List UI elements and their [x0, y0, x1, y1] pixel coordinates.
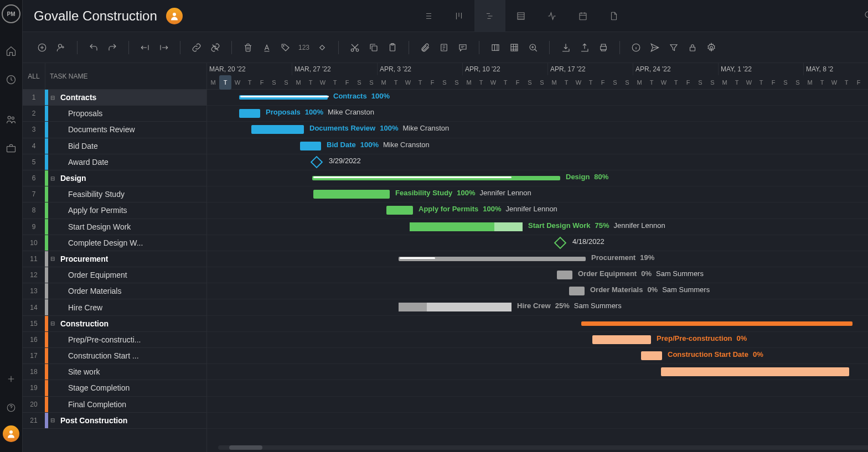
gantt-row[interactable] [207, 413, 868, 429]
calendar-view-icon[interactable] [567, 0, 598, 32]
task-row[interactable]: 17Construction Start ... [23, 348, 206, 364]
milestone-icon[interactable] [314, 39, 330, 56]
task-row[interactable]: 3Documents Review [23, 122, 206, 138]
gantt-view-icon[interactable] [474, 0, 505, 32]
clock-icon[interactable] [0, 69, 22, 91]
print-icon[interactable] [595, 39, 612, 56]
lock-icon[interactable] [684, 39, 701, 56]
search-icon[interactable] [859, 10, 868, 22]
task-row[interactable]: 15⊟Construction [23, 316, 206, 332]
gantt-bar[interactable] [641, 351, 662, 360]
gantt-row[interactable]: Construction Start Date0% [207, 348, 868, 364]
collapse-icon[interactable]: ⊟ [48, 175, 57, 181]
task-row[interactable]: 13Order Materials [23, 283, 206, 299]
collapse-icon[interactable]: ⊟ [48, 256, 57, 262]
paste-icon[interactable] [384, 39, 401, 56]
gantt-row[interactable] [207, 380, 868, 396]
task-row[interactable]: 11⊟Procurement [23, 251, 206, 267]
task-row[interactable]: 20Final Completion [23, 397, 206, 413]
add-icon[interactable] [34, 39, 50, 56]
collapse-icon[interactable]: ⊟ [48, 417, 57, 423]
settings-icon[interactable] [703, 39, 720, 56]
gantt-row[interactable]: Procurement19% [207, 251, 868, 267]
gantt-bar[interactable] [592, 335, 651, 344]
indent-icon[interactable] [156, 39, 172, 56]
logo[interactable]: PM [2, 4, 20, 23]
import-icon[interactable] [557, 39, 574, 56]
gantt-row[interactable]: Hire Crew25%Sam Summers [207, 299, 868, 315]
gantt-bar[interactable] [410, 222, 523, 231]
unlink-icon[interactable] [207, 39, 224, 56]
task-row[interactable]: 1⊟Contracts [23, 90, 206, 106]
gantt-row[interactable]: Documents Review100%Mike Cranston [207, 122, 868, 138]
zoom-icon[interactable] [525, 39, 541, 56]
gantt-row[interactable] [207, 364, 868, 380]
gantt-row[interactable] [207, 316, 868, 332]
gantt-row[interactable]: Order Materials0%Sam Summers [207, 283, 868, 299]
gantt-row[interactable]: Apply for Permits100%Jennifer Lennon [207, 202, 868, 219]
task-row[interactable]: 14Hire Crew [23, 299, 206, 315]
gantt-row[interactable]: Design80% [207, 170, 868, 186]
milestone-icon[interactable] [554, 236, 567, 249]
gantt-row[interactable] [207, 397, 868, 413]
add-user-icon[interactable] [53, 39, 69, 56]
trash-icon[interactable] [240, 39, 256, 56]
milestone-icon[interactable] [311, 155, 323, 168]
export-icon[interactable] [576, 39, 593, 56]
gantt-bar[interactable] [312, 176, 560, 180]
tag-icon[interactable] [277, 39, 294, 56]
undo-icon[interactable] [85, 39, 102, 56]
task-row[interactable]: 19Stage Completion [23, 380, 206, 396]
horizontal-scrollbar[interactable] [218, 445, 868, 450]
task-row[interactable]: 18Site work [23, 364, 206, 380]
outdent-icon[interactable] [137, 39, 153, 56]
filter-icon[interactable] [665, 39, 682, 56]
note-icon[interactable] [436, 39, 452, 56]
comment-icon[interactable] [454, 39, 471, 56]
project-avatar-icon[interactable] [166, 8, 183, 24]
gantt-row[interactable]: Contracts100% [207, 90, 868, 106]
people-icon[interactable] [0, 108, 22, 131]
redo-icon[interactable] [104, 39, 121, 56]
gantt-row[interactable]: Feasibility Study100%Jennifer Lennon [207, 186, 868, 202]
gantt-row[interactable]: Proposals100%Mike Cranston [207, 106, 868, 122]
user-avatar-icon[interactable] [3, 425, 19, 442]
collapse-icon[interactable]: ⊟ [48, 95, 57, 101]
gantt-bar[interactable] [399, 303, 512, 311]
task-row[interactable]: 4Bid Date [23, 138, 206, 154]
gantt-bar[interactable] [661, 367, 849, 376]
gantt-row[interactable]: 3/29/2022 [207, 154, 868, 170]
gantt-row[interactable]: Start Design Work75%Jennifer Lennon [207, 219, 868, 235]
gantt-bar[interactable] [386, 206, 413, 215]
sheet-view-icon[interactable] [505, 0, 536, 32]
task-row[interactable]: 2Proposals [23, 106, 206, 122]
task-row[interactable]: 5Award Date [23, 154, 206, 170]
activity-view-icon[interactable] [536, 0, 567, 32]
task-row[interactable]: 10Complete Design W... [23, 235, 206, 251]
gantt-bar[interactable] [313, 190, 390, 199]
task-row[interactable]: 6⊟Design [23, 170, 206, 186]
task-row[interactable]: 12Order Equipment [23, 267, 206, 283]
gantt-row[interactable]: Prep/Pre-construction0% [207, 332, 868, 348]
home-icon[interactable] [0, 40, 22, 62]
task-row[interactable]: 8Apply for Permits [23, 202, 206, 219]
help-icon[interactable] [0, 397, 22, 419]
gantt-bar[interactable] [239, 109, 260, 118]
briefcase-icon[interactable] [0, 137, 22, 159]
send-icon[interactable] [647, 39, 663, 56]
plus-icon[interactable] [0, 368, 22, 390]
collapse-icon[interactable]: ⊟ [48, 320, 57, 326]
gantt-bar[interactable] [300, 142, 321, 150]
gantt-bar[interactable] [569, 287, 585, 295]
columns-icon[interactable] [487, 39, 504, 56]
file-view-icon[interactable] [598, 0, 629, 32]
board-view-icon[interactable] [443, 0, 474, 32]
grid-icon[interactable] [506, 39, 523, 56]
list-view-icon[interactable] [412, 0, 443, 32]
task-row[interactable]: 16Prep/Pre-constructi... [23, 332, 206, 348]
gantt-bar[interactable] [239, 95, 328, 100]
link-icon[interactable] [188, 39, 205, 56]
column-all[interactable]: ALL [23, 72, 45, 80]
gantt-bar[interactable] [251, 125, 304, 134]
gantt-bar[interactable] [557, 271, 572, 279]
